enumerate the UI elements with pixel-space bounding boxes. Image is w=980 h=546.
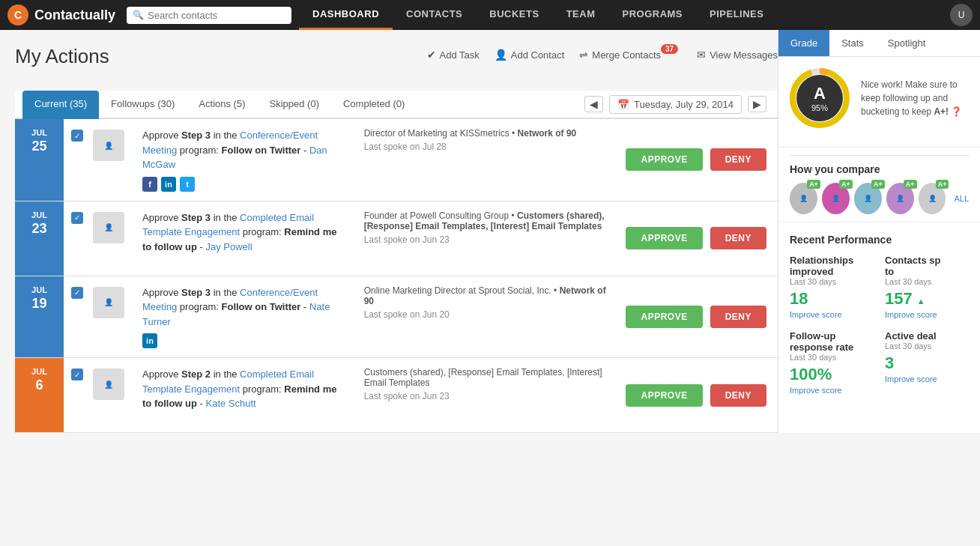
deny-button[interactable]: DENY bbox=[710, 306, 766, 328]
tab-skipped[interactable]: Skipped (0) bbox=[257, 91, 330, 119]
grade-section: A 95% Nice work! Make sure to keep follo… bbox=[778, 57, 980, 147]
tab-followups[interactable]: Followups (30) bbox=[99, 91, 187, 119]
con-sublabel: Last 30 days bbox=[885, 277, 969, 286]
user-avatar[interactable]: U bbox=[950, 4, 973, 26]
deal-sublabel: Last 30 days bbox=[885, 342, 969, 351]
compare-avatar-5: 👤 A+ bbox=[919, 183, 946, 214]
nav-item-contacts[interactable]: CONTACTS bbox=[393, 0, 476, 30]
contact-info: Founder at Powell Consulting Group • Cus… bbox=[357, 201, 615, 276]
tab-actions[interactable]: Actions (5) bbox=[187, 91, 257, 119]
avatar: 👤 bbox=[93, 368, 124, 400]
deny-button[interactable]: DENY bbox=[710, 148, 766, 171]
logo: C Contactually bbox=[7, 4, 115, 25]
action-btns: APPROVE DENY bbox=[614, 358, 778, 432]
tw-icon[interactable]: t bbox=[180, 177, 195, 192]
res-improve[interactable]: Improve score bbox=[790, 386, 874, 395]
approve-button[interactable]: APPROVE bbox=[626, 384, 702, 407]
last-spoke: Last spoke on Jul 28 bbox=[364, 142, 608, 152]
nav-item-team[interactable]: TEAM bbox=[553, 0, 609, 30]
grade-help-icon[interactable]: ❓ bbox=[951, 106, 962, 117]
sidebar-tab-grade[interactable]: Grade bbox=[778, 30, 829, 56]
merge-contacts-link[interactable]: ⇌ Merge Contacts 37 bbox=[579, 49, 682, 61]
compare-badge-4: A+ bbox=[904, 180, 917, 189]
nav-item-pipelines[interactable]: PIPELINES bbox=[696, 0, 777, 30]
con-improve[interactable]: Improve score bbox=[885, 310, 969, 319]
compare-avatar-3: 👤 A+ bbox=[854, 183, 882, 214]
sidebar-tab-spotlight[interactable]: Spotlight bbox=[876, 30, 938, 56]
view-messages-link[interactable]: ✉ View Messages bbox=[697, 49, 778, 61]
contact-link[interactable]: Jay Powell bbox=[205, 241, 252, 252]
social-icons: in bbox=[142, 333, 345, 348]
grade-area: A 95% Nice work! Make sure to keep follo… bbox=[790, 68, 969, 128]
merge-badge: 37 bbox=[661, 44, 678, 54]
action-btns: APPROVE DENY bbox=[614, 119, 778, 201]
tab-current[interactable]: Current (35) bbox=[22, 91, 99, 119]
check-box[interactable]: ✓ bbox=[71, 287, 83, 299]
deal-improve[interactable]: Improve score bbox=[885, 374, 969, 383]
action-item: Jul 23 ✓ 👤 Approve Step 3 in the Complet… bbox=[15, 201, 778, 276]
fb-icon[interactable]: f bbox=[142, 177, 157, 192]
add-task-link[interactable]: ✔ Add Task bbox=[427, 49, 480, 61]
contact-title: Director of Marketing at KISSmetrics • N… bbox=[364, 128, 608, 139]
contact-link[interactable]: Kate Schutt bbox=[205, 398, 255, 409]
approve-button[interactable]: APPROVE bbox=[626, 227, 702, 249]
step-num: Step 3 bbox=[181, 212, 211, 223]
sidebar-tab-stats[interactable]: Stats bbox=[829, 30, 876, 56]
add-contact-link[interactable]: 👤 Add Contact bbox=[494, 49, 565, 61]
up-arrow: ▲ bbox=[917, 297, 925, 306]
grade-text: Nice work! Make sure to keep following u… bbox=[861, 78, 969, 118]
li-icon[interactable]: in bbox=[161, 177, 176, 192]
search-input[interactable] bbox=[148, 10, 285, 21]
step-text: Approve Step 3 in the Completed Email Te… bbox=[142, 210, 345, 255]
date-text: Tuesday, July 29, 2014 bbox=[634, 99, 734, 110]
deal-label: Active deal bbox=[885, 330, 969, 342]
con-value: 157 ▲ bbox=[885, 289, 969, 309]
action-bold: Follow on Twitter bbox=[222, 301, 301, 312]
nav-item-dashboard[interactable]: DASHBOARD bbox=[299, 0, 393, 30]
contact-title: Online Marketing Director at Sprout Soci… bbox=[364, 285, 608, 306]
date-prev-btn[interactable]: ◀ bbox=[584, 96, 603, 112]
perf-contacts: Contacts spto Last 30 days 157 ▲ Improve… bbox=[885, 255, 969, 319]
social-icons: fint bbox=[142, 177, 345, 192]
month: Jul bbox=[31, 128, 47, 137]
avatar-col: 👤 bbox=[86, 201, 131, 276]
search-icon: 🔍 bbox=[133, 10, 144, 20]
date-nav: ◀ 📅 Tuesday, July 29, 2014 ▶ bbox=[584, 95, 778, 114]
merge-icon: ⇌ bbox=[579, 49, 588, 61]
perf-title: Recent Performance bbox=[790, 234, 969, 246]
deny-button[interactable]: DENY bbox=[710, 384, 766, 407]
deny-button[interactable]: DENY bbox=[710, 227, 766, 249]
nav-items: DASHBOARD CONTACTS BUCKETS TEAM PROGRAMS… bbox=[299, 0, 950, 30]
li-icon[interactable]: in bbox=[142, 333, 157, 348]
search-box[interactable]: 🔍 bbox=[127, 7, 291, 24]
approve-button[interactable]: APPROVE bbox=[626, 148, 702, 171]
day: 19 bbox=[31, 296, 46, 312]
all-button[interactable]: ALL bbox=[954, 194, 969, 203]
compare-badge-2: A+ bbox=[839, 180, 853, 189]
grade-pct: 95% bbox=[811, 103, 828, 112]
avatar-col: 👤 bbox=[86, 119, 131, 201]
approve-button[interactable]: APPROVE bbox=[626, 306, 702, 328]
nav-item-programs[interactable]: PROGRAMS bbox=[608, 0, 696, 30]
nav-item-buckets[interactable]: BUCKETS bbox=[476, 0, 552, 30]
res-sublabel: Last 30 days bbox=[790, 353, 874, 362]
check-box[interactable]: ✓ bbox=[71, 368, 83, 380]
perf-relationships: Relationships improved Last 30 days 18 I… bbox=[790, 255, 874, 319]
compare-badge-5: A+ bbox=[936, 180, 949, 189]
last-spoke: Last spoke on Jun 23 bbox=[364, 234, 608, 245]
avatar: 👤 bbox=[93, 287, 124, 318]
compare-avatar-1: 👤 A+ bbox=[790, 183, 817, 214]
check-box[interactable]: ✓ bbox=[71, 212, 83, 224]
tab-completed[interactable]: Completed (0) bbox=[331, 91, 417, 119]
res-value: 100% bbox=[790, 365, 874, 384]
date-next-btn[interactable]: ▶ bbox=[748, 96, 766, 112]
date-col: Jul 25 bbox=[15, 119, 64, 201]
month: Jul bbox=[31, 285, 47, 294]
rel-improve[interactable]: Improve score bbox=[790, 310, 874, 319]
compare-avatar-2: 👤 A+ bbox=[822, 183, 850, 214]
sidebar-tabs: Grade Stats Spotlight bbox=[778, 30, 980, 57]
contact-info: Director of Marketing at KISSmetrics • N… bbox=[357, 119, 615, 201]
check-box[interactable]: ✓ bbox=[71, 130, 83, 142]
step-num: Step 2 bbox=[181, 368, 211, 380]
rel-sublabel: Last 30 days bbox=[790, 277, 874, 286]
